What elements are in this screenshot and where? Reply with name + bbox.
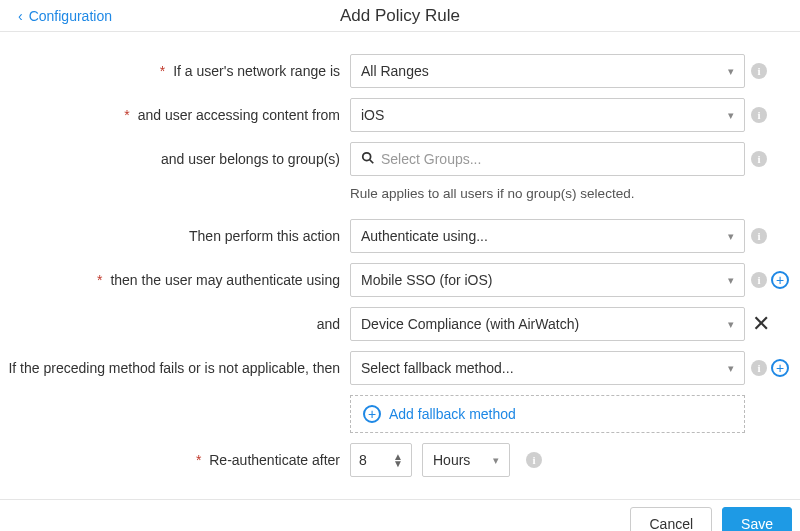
- back-link-label: Configuration: [29, 8, 112, 24]
- add-fallback-label: Add fallback method: [389, 406, 516, 422]
- number-value: 8: [359, 452, 367, 468]
- label-text: If a user's network range is: [173, 63, 340, 79]
- chevron-down-icon: ▾: [728, 274, 734, 287]
- chevron-down-icon: ▾: [728, 65, 734, 78]
- info-icon[interactable]: i: [751, 63, 767, 79]
- info-icon[interactable]: i: [751, 151, 767, 167]
- auth-method-2-select[interactable]: Device Compliance (with AirWatch) ▾: [350, 307, 745, 341]
- label-belongs-to: and user belongs to group(s): [0, 150, 350, 168]
- select-value: Device Compliance (with AirWatch): [361, 316, 579, 332]
- placeholder-text: Select Groups...: [381, 151, 481, 167]
- groups-input[interactable]: Select Groups...: [350, 142, 745, 176]
- form-content: * If a user's network range is All Range…: [0, 32, 800, 499]
- label-text: If the preceding method fails or is not …: [8, 360, 340, 376]
- select-value: Mobile SSO (for iOS): [361, 272, 492, 288]
- select-value: All Ranges: [361, 63, 429, 79]
- groups-hint: Rule applies to all users if no group(s)…: [350, 186, 745, 201]
- button-label: Cancel: [649, 516, 693, 532]
- label-may-authenticate: * then the user may authenticate using: [0, 271, 350, 289]
- label-text: and user accessing content from: [138, 107, 340, 123]
- label-and: and: [0, 315, 350, 333]
- spinner-icon[interactable]: ▲▼: [393, 453, 403, 467]
- fallback-method-select[interactable]: Select fallback method... ▾: [350, 351, 745, 385]
- dialog-header: ‹ Configuration Add Policy Rule: [0, 0, 800, 32]
- required-asterisk: *: [97, 272, 102, 288]
- chevron-down-icon: ▾: [493, 454, 499, 467]
- add-fallback-icon[interactable]: +: [771, 359, 789, 377]
- label-network-range: * If a user's network range is: [0, 62, 350, 80]
- svg-point-0: [363, 152, 371, 160]
- search-icon: [361, 151, 375, 168]
- select-value: iOS: [361, 107, 384, 123]
- chevron-left-icon: ‹: [18, 8, 23, 24]
- label-reauth: * Re-authenticate after: [0, 451, 350, 469]
- svg-line-1: [370, 159, 374, 163]
- info-icon[interactable]: i: [751, 360, 767, 376]
- info-icon[interactable]: i: [751, 272, 767, 288]
- plus-circle-icon: +: [363, 405, 381, 423]
- back-link[interactable]: ‹ Configuration: [0, 8, 112, 24]
- dialog-footer: Cancel Save: [0, 499, 800, 531]
- info-icon[interactable]: i: [751, 228, 767, 244]
- select-value: Authenticate using...: [361, 228, 488, 244]
- select-value: Select fallback method...: [361, 360, 514, 376]
- reauth-value-input[interactable]: 8 ▲▼: [350, 443, 412, 477]
- info-icon[interactable]: i: [751, 107, 767, 123]
- chevron-down-icon: ▾: [728, 362, 734, 375]
- chevron-down-icon: ▾: [728, 109, 734, 122]
- chevron-down-icon: ▾: [728, 318, 734, 331]
- reauth-unit-select[interactable]: Hours ▾: [422, 443, 510, 477]
- select-value: Hours: [433, 452, 470, 468]
- add-method-icon[interactable]: +: [771, 271, 789, 289]
- required-asterisk: *: [124, 107, 129, 123]
- button-label: Save: [741, 516, 773, 532]
- page-title: Add Policy Rule: [0, 6, 800, 26]
- label-text: and user belongs to group(s): [161, 151, 340, 167]
- label-text: and: [317, 316, 340, 332]
- accessing-from-select[interactable]: iOS ▾: [350, 98, 745, 132]
- cancel-button[interactable]: Cancel: [630, 507, 712, 532]
- required-asterisk: *: [160, 63, 165, 79]
- chevron-down-icon: ▾: [728, 230, 734, 243]
- label-accessing-from: * and user accessing content from: [0, 106, 350, 124]
- label-text: Then perform this action: [189, 228, 340, 244]
- label-fallback: If the preceding method fails or is not …: [0, 359, 350, 377]
- label-text: Re-authenticate after: [209, 452, 340, 468]
- label-text: then the user may authenticate using: [110, 272, 340, 288]
- remove-method-icon[interactable]: ✕: [751, 313, 771, 335]
- save-button[interactable]: Save: [722, 507, 792, 532]
- add-fallback-button[interactable]: + Add fallback method: [350, 395, 745, 433]
- label-perform-action: Then perform this action: [0, 227, 350, 245]
- perform-action-select[interactable]: Authenticate using... ▾: [350, 219, 745, 253]
- network-range-select[interactable]: All Ranges ▾: [350, 54, 745, 88]
- info-icon[interactable]: i: [526, 452, 542, 468]
- required-asterisk: *: [196, 452, 201, 468]
- auth-method-1-select[interactable]: Mobile SSO (for iOS) ▾: [350, 263, 745, 297]
